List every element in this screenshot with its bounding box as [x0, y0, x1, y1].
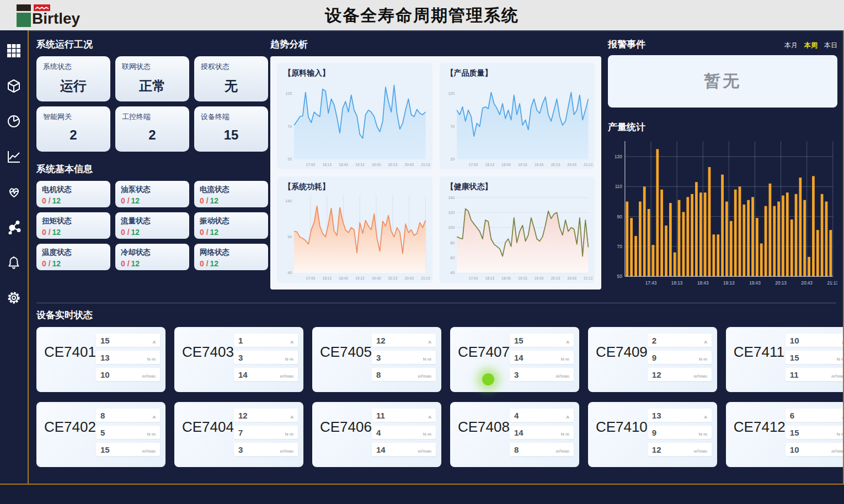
- trend-panel: 【原料输入】 207012017:4318:1318:4319:1319:432…: [270, 56, 601, 289]
- alarm-tab[interactable]: 本月: [784, 41, 798, 50]
- metric-unit: m³/min: [280, 374, 293, 379]
- device-card[interactable]: CE7406 11A 4N·m 14m³/min: [312, 402, 441, 467]
- section-title: 系统基本信息: [36, 163, 268, 175]
- sidebar-item-apps[interactable]: [6, 42, 22, 59]
- device-metric-row: 13N·m: [96, 351, 160, 364]
- device-card[interactable]: CE7412 6A 15N·m 10m³/min: [726, 402, 844, 467]
- status-card-label: 授权状态: [201, 62, 261, 72]
- trend-chart-product-quality: 【产品质量】 207012017:4318:1318:4319:1319:432…: [440, 63, 595, 169]
- metric-value: 3: [238, 445, 243, 454]
- svg-text:18:43: 18:43: [339, 163, 348, 167]
- svg-text:21:13: 21:13: [584, 163, 592, 167]
- alarm-tab[interactable]: 本日: [824, 41, 837, 50]
- metric-unit: m³/min: [142, 374, 156, 379]
- svg-text:90: 90: [617, 215, 623, 219]
- device-grid: CE7401 15A 13N·m 10m³/min CE7403 1A 3N·m…: [36, 327, 836, 467]
- device-card[interactable]: CE7408 4A 14N·m 8m³/min: [450, 402, 579, 467]
- device-card[interactable]: CE7402 8A 5N·m 15m³/min: [36, 402, 165, 467]
- device-metric-row: 15N·m: [786, 351, 844, 364]
- info-card-label: 网络状态: [200, 248, 263, 258]
- device-card[interactable]: CE7407 15A 14N·m 3m³/min: [450, 327, 579, 392]
- svg-text:18:13: 18:13: [485, 163, 494, 167]
- svg-text:18:43: 18:43: [339, 276, 348, 280]
- info-count-total: 12: [131, 259, 140, 268]
- trend-chart-power-usage: 【系统功耗】 409014017:4318:1318:4319:1319:432…: [277, 176, 432, 283]
- metric-value: 12: [652, 370, 661, 379]
- device-card[interactable]: CE7409 2A 9N·m 12m³/min: [588, 327, 717, 392]
- main-content: 系统运行工况 系统状态 运行 联网状态 正常 授权状态 无 智能网关 2 工控终…: [30, 31, 844, 485]
- device-card[interactable]: CE7404 12A 7N·m 3m³/min: [174, 402, 303, 467]
- metric-value: 7: [238, 428, 243, 437]
- info-card: 振动状态 0 /12: [194, 212, 268, 239]
- device-metric-row: 6A: [786, 409, 844, 422]
- metric-value: 9: [652, 353, 656, 362]
- sidebar-item-topology[interactable]: [6, 219, 22, 235]
- svg-text:20: 20: [450, 157, 455, 161]
- metric-unit: A: [429, 340, 431, 345]
- svg-text:110: 110: [615, 184, 623, 189]
- active-status-icon: [482, 373, 494, 385]
- chart-title: 【系统功耗】: [284, 182, 430, 192]
- chart-title: 【原料输入】: [284, 68, 430, 78]
- status-card: 系统状态 运行: [36, 56, 110, 101]
- device-metric-row: 5N·m: [96, 426, 160, 439]
- metric-unit: A: [291, 415, 293, 420]
- sidebar-item-alarms[interactable]: [6, 254, 22, 271]
- section-system-status: 系统运行工况 系统状态 运行 联网状态 正常 授权状态 无 智能网关 2 工控终…: [36, 38, 268, 270]
- sidebar-item-health[interactable]: [6, 184, 22, 200]
- sidebar-item-statistics[interactable]: [6, 113, 22, 130]
- svg-text:19:13: 19:13: [355, 276, 365, 280]
- sidebar-item-settings[interactable]: [6, 289, 22, 306]
- device-card[interactable]: CE7403 1A 3N·m 14m³/min: [174, 327, 303, 392]
- device-card[interactable]: CE7405 12A 3N·m 8m³/min: [312, 327, 441, 392]
- metric-value: 6: [790, 411, 794, 420]
- metric-value: 8: [514, 445, 519, 454]
- metric-unit: A: [429, 415, 431, 420]
- svg-text:80: 80: [450, 241, 455, 245]
- info-count-current: 0 /: [42, 196, 51, 205]
- metric-value: 14: [514, 353, 524, 362]
- alarm-tab[interactable]: 本周: [804, 41, 818, 50]
- device-card[interactable]: CE7401 15A 13N·m 10m³/min: [36, 327, 165, 392]
- info-count-total: 12: [52, 196, 61, 205]
- svg-text:140: 140: [448, 195, 455, 199]
- status-card: 工控终端 2: [115, 106, 189, 152]
- metric-unit: N·m: [699, 357, 707, 362]
- metric-value: 12: [652, 445, 661, 454]
- device-metric-row: 1A: [234, 334, 298, 347]
- svg-text:17:43: 17:43: [645, 281, 657, 286]
- device-metric-row: 3N·m: [234, 351, 298, 364]
- info-count-current: 0 /: [200, 228, 209, 237]
- device-metric-row: 13A: [648, 409, 712, 422]
- svg-text:19:43: 19:43: [372, 163, 381, 167]
- device-metrics: 6A 15N·m 10m³/min: [786, 409, 844, 462]
- info-card-label: 电机状态: [42, 185, 105, 195]
- footer-bar: [0, 484, 844, 504]
- chart-title: 【产品质量】: [446, 68, 593, 78]
- section-device-status: 设备实时状态 CE7401 15A 13N·m 10m³/min CE7403 …: [36, 303, 836, 467]
- device-card[interactable]: CE7411 10A 15N·m 11m³/min: [726, 327, 844, 392]
- brand-logo: Birtley: [17, 3, 116, 28]
- device-metric-row: 4N·m: [372, 426, 436, 439]
- device-card[interactable]: CE7410 13A 9N·m 12m³/min: [588, 402, 717, 467]
- metric-unit: m³/min: [418, 449, 431, 454]
- metric-unit: m³/min: [555, 374, 569, 379]
- info-card-label: 电流状态: [200, 185, 263, 195]
- info-count-current: 0 /: [121, 196, 130, 205]
- device-name: CE7409: [596, 344, 648, 387]
- sidebar-item-model[interactable]: [6, 78, 22, 94]
- chart-title: 【健康状态】: [446, 182, 593, 192]
- info-card: 网络状态 0 /12: [194, 244, 268, 270]
- sidebar-item-trends[interactable]: [6, 148, 22, 165]
- device-name: CE7401: [44, 344, 96, 387]
- metric-unit: A: [704, 415, 707, 420]
- product-quality-line-chart: 207012017:4318:1318:4319:1319:4320:1320:…: [442, 78, 593, 168]
- metric-value: 9: [652, 428, 656, 437]
- info-card: 油泵状态 0 /12: [115, 181, 189, 207]
- device-metrics: 1A 3N·m 14m³/min: [234, 334, 298, 387]
- metric-unit: N·m: [147, 432, 156, 437]
- device-metric-row: 11A: [372, 409, 436, 422]
- line-chart-icon: [7, 149, 21, 164]
- svg-text:19:13: 19:13: [518, 276, 527, 280]
- svg-text:20:43: 20:43: [567, 163, 576, 167]
